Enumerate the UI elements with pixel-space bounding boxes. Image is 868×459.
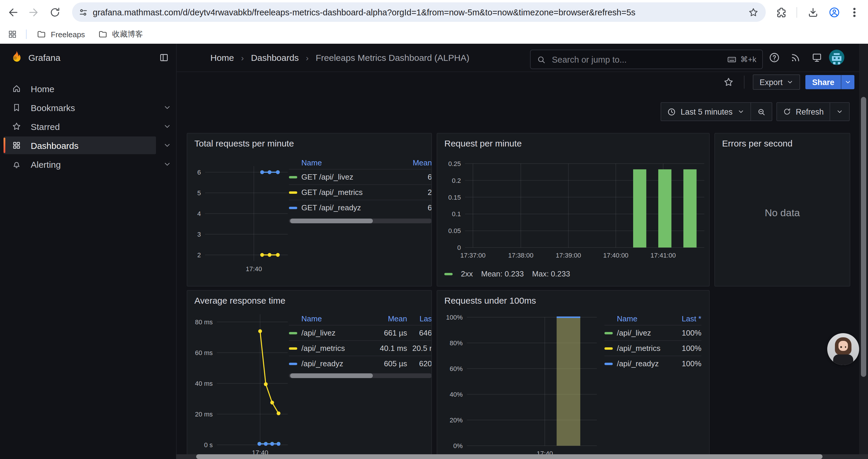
svg-text:0.1: 0.1 xyxy=(452,210,461,218)
legend-inline[interactable]: 2xx Mean: 0.233 Max: 0.233 xyxy=(444,269,570,278)
horizontal-scrollbar-thumb[interactable] xyxy=(196,454,823,459)
chevron-down-icon xyxy=(844,78,851,86)
sidebar-collapse-icon[interactable] xyxy=(159,53,169,63)
series-max-stat: Max: 0.233 xyxy=(532,269,570,278)
sidebar-item-alerting[interactable]: Alerting xyxy=(4,155,156,173)
time-range-picker[interactable]: Last 5 minutes xyxy=(661,103,750,121)
series-name: 2xx xyxy=(461,269,473,278)
bookmark-folder-blogs[interactable]: 收藏博客 xyxy=(95,27,149,41)
legend-row[interactable]: /api/_readyz 100% xyxy=(604,356,701,371)
legend-col-name[interactable]: Name xyxy=(301,158,402,167)
forward-icon[interactable] xyxy=(28,6,39,18)
legend-col-mean[interactable]: Mean xyxy=(402,158,432,167)
series-mean: 40.1 ms xyxy=(369,344,407,353)
chevron-down-icon[interactable] xyxy=(163,160,172,168)
clock-icon xyxy=(667,107,676,116)
help-icon[interactable] xyxy=(765,48,783,66)
legend-row[interactable]: /api/_metrics 100% xyxy=(604,340,701,356)
legend-row[interactable]: /api/_livez 100% xyxy=(604,325,701,340)
chevron-down-icon[interactable] xyxy=(163,103,172,112)
search-input[interactable] xyxy=(551,54,727,65)
site-settings-icon[interactable] xyxy=(78,7,89,18)
panel-request-rate: Request per minute 0.250.20.150.10.05017… xyxy=(437,133,710,287)
breadcrumb-home[interactable]: Home xyxy=(210,53,234,63)
series-pill xyxy=(289,362,297,365)
legend-col-name[interactable]: Name xyxy=(617,314,672,323)
chevron-down-icon[interactable] xyxy=(163,141,172,150)
address-bar[interactable]: grafana.mathmast.com/d/deytv4rwavabkb/fr… xyxy=(72,2,766,22)
legend-col-name[interactable]: Name xyxy=(301,314,369,323)
browser-toolbar: grafana.mathmast.com/d/deytv4rwavabkb/fr… xyxy=(0,0,868,25)
floating-assistant-avatar[interactable] xyxy=(827,333,859,365)
sidebar-item-bookmarks[interactable]: Bookmarks xyxy=(4,99,156,117)
horizontal-scrollbar[interactable] xyxy=(176,454,868,459)
legend-row[interactable]: /api/_metrics 40.1 ms 20.5 r xyxy=(289,340,432,356)
toolbar-separator xyxy=(797,7,797,18)
profile-icon[interactable] xyxy=(829,6,840,18)
legend-table: Name Mean GET /api/_livez 6 GET /api/_me… xyxy=(289,156,432,215)
svg-text:20%: 20% xyxy=(450,417,463,424)
bookmark-star-icon[interactable] xyxy=(748,7,759,18)
search-shortcut: ⌘+k xyxy=(727,54,756,64)
legend-col-last[interactable]: Las xyxy=(407,314,432,323)
legend-scrollbar-thumb[interactable] xyxy=(290,219,373,223)
legend-col-mean[interactable]: Mean xyxy=(369,314,407,323)
series-name: GET /api/_readyz xyxy=(301,203,402,212)
no-data-message: No data xyxy=(715,207,850,219)
series-name: /api/_readyz xyxy=(301,359,369,368)
breadcrumb-separator: › xyxy=(306,53,308,62)
user-avatar[interactable] xyxy=(829,50,844,65)
svg-text:2: 2 xyxy=(197,251,201,259)
bookmark-folder-freeleaps[interactable]: Freeleaps xyxy=(33,27,91,41)
legend-row[interactable]: GET /api/_readyz 6 xyxy=(289,200,432,215)
time-controls: Last 5 minutes Refresh xyxy=(660,103,850,121)
svg-text:60%: 60% xyxy=(450,365,463,372)
legend-row[interactable]: /api/_livez 661 µs 646 xyxy=(289,325,432,340)
legend-scrollbar[interactable] xyxy=(289,219,432,223)
bookmark-icon xyxy=(12,103,21,112)
home-icon xyxy=(12,84,21,93)
news-rss-icon[interactable] xyxy=(786,48,804,66)
legend-scrollbar[interactable] xyxy=(289,373,432,378)
export-button[interactable]: Export xyxy=(753,74,800,90)
extensions-icon[interactable] xyxy=(775,6,787,18)
grafana-logo-icon[interactable] xyxy=(9,50,23,65)
apps-grid-icon[interactable] xyxy=(8,30,17,39)
url-text: grafana.mathmast.com/d/deytv4rwavabkb/fr… xyxy=(93,7,743,17)
legend-col-last[interactable]: Last * xyxy=(672,314,701,323)
refresh-button[interactable]: Refresh xyxy=(777,103,830,121)
legend-row[interactable]: GET /api/_livez 6 xyxy=(289,169,432,184)
sidebar-item-home[interactable]: Home xyxy=(4,80,156,97)
sidebar-item-dashboards[interactable]: Dashboards xyxy=(4,136,156,154)
svg-text:17:39:00: 17:39:00 xyxy=(556,252,581,259)
bookmarks-bar: Freeleaps 收藏博客 xyxy=(0,25,868,44)
legend-table: Name Last * /api/_livez 100% /api/_metri… xyxy=(604,312,701,371)
favorite-star-icon[interactable] xyxy=(723,77,734,88)
bar-chart[interactable]: 0.250.20.150.10.05017:37:0017:38:0017:39… xyxy=(437,133,710,287)
download-icon[interactable] xyxy=(807,6,819,18)
legend-scrollbar-thumb[interactable] xyxy=(290,373,373,378)
zoom-out-button[interactable] xyxy=(751,103,771,121)
breadcrumb-dashboards[interactable]: Dashboards xyxy=(251,53,299,63)
menu-kebab-icon[interactable] xyxy=(848,6,860,18)
legend-row[interactable]: GET /api/_metrics 2 xyxy=(289,184,432,200)
svg-text:0 s: 0 s xyxy=(204,441,213,449)
share-button[interactable]: Share xyxy=(806,75,841,89)
monitor-icon[interactable] xyxy=(808,48,826,66)
series-pill xyxy=(289,332,297,334)
avatar-face xyxy=(838,341,848,351)
reload-icon[interactable] xyxy=(49,6,61,18)
share-menu-button[interactable] xyxy=(841,75,855,89)
panel-title[interactable]: Errors per second xyxy=(722,138,793,148)
chevron-down-icon[interactable] xyxy=(163,122,172,131)
refresh-interval-button[interactable] xyxy=(830,103,849,121)
legend-row[interactable]: /api/_readyz 605 µs 620 xyxy=(289,356,432,371)
vertical-scrollbar-thumb[interactable] xyxy=(861,97,866,377)
sidebar-item-starred[interactable]: Starred xyxy=(4,118,156,135)
back-icon[interactable] xyxy=(7,6,19,18)
search-box[interactable]: ⌘+k xyxy=(530,50,763,69)
time-range-group: Last 5 minutes xyxy=(660,102,772,121)
vertical-scrollbar[interactable] xyxy=(859,44,868,459)
series-pill xyxy=(289,176,297,178)
svg-text:17:37:00: 17:37:00 xyxy=(460,252,486,259)
